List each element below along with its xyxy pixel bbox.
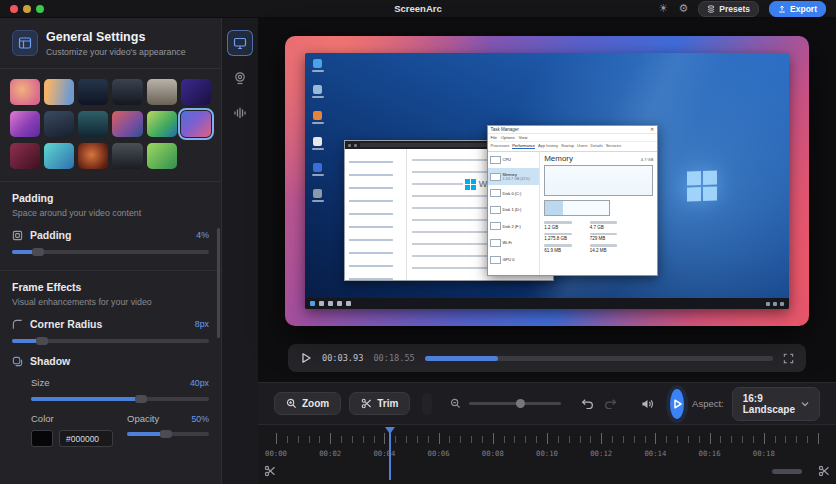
layers-icon (707, 5, 715, 13)
timeline-tick (612, 436, 613, 443)
close-window-button[interactable] (10, 5, 18, 13)
timeline-zoom-slider-thumb[interactable] (516, 399, 525, 408)
sidebar-scrollbar[interactable] (217, 228, 220, 338)
shadow-opacity-slider-thumb[interactable] (160, 430, 172, 438)
wallpaper-thumb-1[interactable] (10, 79, 40, 105)
timeline-tick (547, 433, 548, 444)
wallpaper-thumb-10[interactable] (112, 111, 142, 137)
window-controls[interactable] (10, 5, 44, 13)
rail-webcam-button[interactable] (227, 65, 253, 91)
aspect-ratio-dropdown[interactable]: 16:9 Landscape (732, 387, 820, 421)
timeline-zoom-slider[interactable] (469, 402, 561, 405)
sidebar-subtitle: Customize your video's appearance (46, 47, 186, 57)
wallpaper-thumb-4[interactable] (112, 79, 142, 105)
frame-effects-subtitle: Visual enhancements for your video (12, 297, 209, 307)
task-manager-sidebar-item: Wi-Fi (488, 235, 540, 252)
timeline[interactable]: 00:0000:0200:0400:0600:0800:1000:1200:14… (258, 424, 836, 484)
trim-tool-button[interactable]: Trim (349, 392, 410, 415)
wallpaper-thumb-12[interactable] (181, 111, 211, 137)
task-manager-sidebar-item: GPU 0 (488, 251, 540, 268)
shadow-icon (12, 356, 23, 367)
upload-icon (778, 5, 786, 13)
task-manager-item-text: Memory1.2/4.7 GB (31%) (503, 172, 530, 181)
task-manager-item-name: GPU 0 (503, 257, 515, 262)
mini-graph (490, 222, 501, 230)
wallpaper-thumb-14[interactable] (44, 143, 74, 169)
timeline-ruler[interactable]: 00:0000:0200:0400:0600:0800:1000:1200:14… (276, 425, 818, 463)
timeline-tick (341, 436, 342, 443)
settings-gear-icon[interactable]: ⚙ (678, 3, 688, 14)
trim-end-scissors-icon[interactable] (818, 465, 830, 477)
main-play-button[interactable] (670, 389, 684, 419)
task-manager-tab: Users (577, 143, 587, 149)
zoom-tool-button[interactable]: Zoom (274, 392, 341, 415)
memory-stat-value: 61.9 MB (544, 248, 584, 253)
padding-slider[interactable] (12, 250, 209, 254)
task-manager-sidebar-item: CPU (488, 152, 540, 169)
undo-icon[interactable] (581, 398, 594, 409)
shadow-color-hex-input[interactable]: #000000 (59, 430, 113, 447)
shadow-size-value: 40px (190, 378, 209, 388)
rail-display-settings-button[interactable] (227, 30, 253, 56)
start-button-icon (310, 301, 315, 306)
wallpaper-thumb-7[interactable] (10, 111, 40, 137)
wallpaper-thumb-13[interactable] (10, 143, 40, 169)
taskbar-icon (346, 301, 351, 306)
wallpaper-thumb-15[interactable] (78, 143, 108, 169)
corner-radius-slider-thumb[interactable] (36, 337, 48, 345)
padding-slider-thumb[interactable] (32, 248, 44, 256)
task-manager-item-name: Wi-Fi (503, 240, 512, 245)
task-manager-item-text: Wi-Fi (503, 240, 512, 245)
general-settings-icon (12, 30, 38, 56)
timeline-scroll-thumb[interactable] (772, 469, 802, 474)
corner-radius-label: Corner Radius (30, 318, 102, 330)
memory-stat-value: 1,275.8 GB (544, 236, 584, 241)
shadow-opacity-slider[interactable] (127, 432, 209, 436)
rail-audio-button[interactable] (227, 100, 253, 126)
wallpaper-thumb-16[interactable] (112, 143, 142, 169)
shadow-size-slider-thumb[interactable] (135, 395, 147, 403)
wallpaper-thumb-9[interactable] (78, 111, 108, 137)
task-manager-tab: Startup (561, 143, 574, 149)
preview-play-button[interactable] (300, 352, 312, 364)
wallpaper-thumb-11[interactable] (147, 111, 177, 137)
wallpaper-thumb-17[interactable] (147, 143, 177, 169)
theme-sun-icon[interactable]: ☀ (659, 3, 669, 14)
memory-stat-label-bar (590, 244, 618, 247)
wallpaper-thumb-6[interactable] (181, 79, 211, 105)
memory-stat-value: 1.2 GB (544, 225, 584, 230)
minimize-window-button[interactable] (23, 5, 31, 13)
shadow-color-label: Color (31, 413, 113, 424)
desktop-icon-glyph (313, 189, 322, 198)
shadow-size-slider[interactable] (31, 397, 209, 401)
fullscreen-icon[interactable] (783, 353, 794, 364)
chevron-down-icon (801, 401, 809, 407)
wallpaper-thumb-3[interactable] (78, 79, 108, 105)
wallpaper-thumb-5[interactable] (147, 79, 177, 105)
playhead[interactable] (389, 428, 391, 480)
trim-start-scissors-icon[interactable] (264, 465, 276, 477)
shadow-color-swatch[interactable] (31, 430, 53, 447)
wallpaper-thumb-8[interactable] (44, 111, 74, 137)
padding-label: Padding (30, 229, 71, 241)
presets-button[interactable]: Presets (698, 1, 759, 17)
timeline-tick (720, 436, 721, 443)
desktop-icon (312, 137, 323, 150)
export-button[interactable]: Export (769, 1, 826, 17)
video-frame-wallpaper[interactable]: Win Task Manager ✕ FileOptionsVie (285, 36, 809, 326)
timeline-tick (417, 436, 418, 443)
speaker-icon[interactable] (641, 398, 654, 410)
memory-stat-value: 4.7 GB (590, 225, 630, 230)
desktop-icon (312, 59, 323, 72)
timeline-time-label: 00:10 (536, 449, 558, 458)
wallpaper-thumb-2[interactable] (44, 79, 74, 105)
maximize-window-button[interactable] (36, 5, 44, 13)
task-manager-item-text: Disk 1 (D:) (503, 207, 522, 212)
seek-bar[interactable] (425, 356, 773, 361)
timeline-tick (688, 436, 689, 443)
redo-icon[interactable] (604, 398, 617, 409)
taskbar-icon (328, 301, 333, 306)
corner-radius-slider[interactable] (12, 339, 209, 343)
task-manager-sidebar-item: Disk 1 (D:) (488, 201, 540, 218)
mini-graph (490, 206, 501, 214)
